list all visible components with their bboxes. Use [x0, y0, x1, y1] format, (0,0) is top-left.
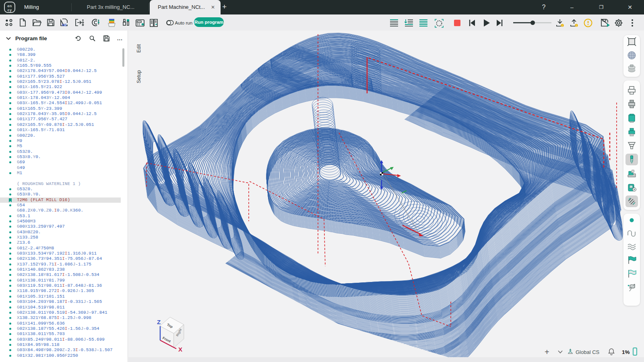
svg-text:X: X: [178, 346, 182, 353]
svg-text:!: !: [576, 24, 577, 27]
svg-text:!: !: [562, 24, 563, 27]
svg-text:Z: Z: [157, 319, 161, 325]
svg-text:N1: N1: [62, 23, 67, 27]
